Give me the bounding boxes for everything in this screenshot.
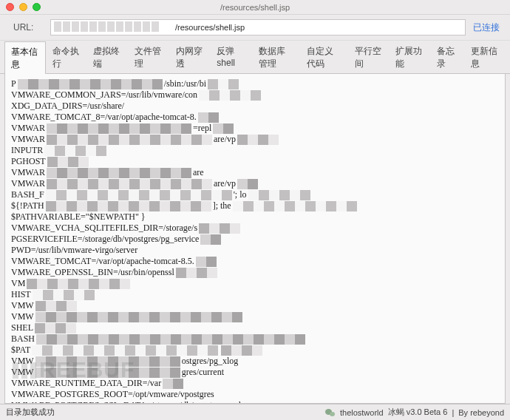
tab-6[interactable]: 数据库管理 [252, 41, 300, 73]
env-line: VMWAR=repl [11, 123, 499, 134]
tab-1[interactable]: 命令执行 [46, 41, 87, 73]
env-line: VMWARE_TOMCAT=/var/opt/apache-tomcat-8.5… [11, 256, 499, 267]
env-line: VMWARE_TOMCAT_8=/var/opt/apache-tomcat-8… [11, 112, 499, 123]
url-label: URL: [13, 22, 43, 33]
env-line: VM [11, 278, 499, 289]
env-line: VMW [11, 311, 499, 322]
tabs: 基本信息命令执行虚拟终端文件管理内网穿透反弹shell数据库管理自定义代码平行空… [0, 41, 510, 74]
env-line: VMWARE_VCHA_SQLITEFILES_DIR=/storage/s [11, 223, 499, 234]
env-line: VMWARE_POSTGRES_SSL_DATA=/storage/db/vpo… [11, 400, 499, 404]
url-visible-suffix: /resources/shell.jsp [175, 23, 245, 32]
env-line: INPUTR [11, 145, 499, 156]
env-line: PGSERVICEFILE=/storage/db/vpostgres/pg_s… [11, 234, 499, 245]
credit-text: By rebeyond [458, 408, 504, 417]
status-text: 目录加载成功 [6, 407, 55, 418]
tab-4[interactable]: 内网穿透 [169, 41, 211, 73]
env-line: VMWARare/vp [11, 134, 499, 145]
env-line: VMWARE_COMMON_JARS=/usr/lib/vmware/con [11, 89, 499, 101]
tab-10[interactable]: 备忘录 [430, 41, 464, 73]
tab-8[interactable]: 平行空间 [348, 41, 390, 73]
env-line: VMWostgres/pg_xlog [11, 356, 499, 367]
content-panel: P/sbin:/usr/biVMWARE_COMMON_JARS=/usr/li… [4, 74, 506, 404]
env-line: $PATHVARIABLE="$NEWPATH" } [11, 211, 499, 223]
env-output: P/sbin:/usr/biVMWARE_COMMON_JARS=/usr/li… [5, 74, 505, 404]
tab-0[interactable]: 基本信息 [4, 41, 46, 74]
tab-2[interactable]: 虚拟终端 [86, 41, 128, 73]
env-line: BASH [11, 333, 499, 345]
env-line: VMW [11, 300, 499, 311]
tab-5[interactable]: 反弹shell [210, 41, 251, 73]
tab-7[interactable]: 自定义代码 [300, 41, 348, 73]
env-line: P/sbin:/usr/bi [11, 78, 499, 89]
window-title: /resources/shell.jsp [0, 3, 510, 12]
url-redacted [54, 21, 159, 33]
env-line: VMWARE_OPENSSL_BIN=/usr/bin/openssl [11, 267, 499, 278]
tab-9[interactable]: 扩展功能 [389, 41, 430, 73]
titlebar: /resources/shell.jsp [0, 0, 510, 15]
tab-3[interactable]: 文件管理 [128, 41, 169, 73]
minimize-icon[interactable] [19, 3, 27, 11]
version-text: 冰蝎 v3.0 Beta 6 [388, 407, 448, 418]
author-handle: thelostworld [340, 408, 384, 417]
env-line: HIST [11, 289, 499, 300]
url-row: URL: /resources/shell.jsp 已连接 [0, 15, 510, 41]
env-line: XDG_DATA_DIRS=/usr/share/ [11, 101, 499, 112]
url-input[interactable]: /resources/shell.jsp [50, 19, 466, 35]
window-controls[interactable] [6, 3, 41, 11]
env-line: PWD=/usr/lib/vmware-virgo/server [11, 245, 499, 256]
close-icon[interactable] [6, 3, 14, 11]
connection-status: 已连接 [473, 21, 503, 34]
env-line: VMWARE_RUNTIME_DATA_DIR=/var [11, 378, 499, 389]
env-line: VMWARare [11, 167, 499, 178]
env-line: VMWARE_POSTGRES_ROOT=/opt/vmware/vpostgr… [11, 389, 499, 400]
env-line: ${!PATH]; the [11, 200, 499, 211]
tab-11[interactable]: 更新信息 [464, 41, 506, 73]
env-line: BASH_F'; lo [11, 189, 499, 200]
env-line: SHEL [11, 322, 499, 333]
zoom-icon[interactable] [33, 3, 41, 11]
env-line: VMWgres/current [11, 367, 499, 378]
env-line: VMWARare/vp [11, 178, 499, 189]
wechat-icon [325, 407, 336, 418]
env-line: $PAT [11, 345, 499, 356]
env-line: PGHOST [11, 156, 499, 167]
statusbar: 目录加载成功 thelostworld 冰蝎 v3.0 Beta 6 | By … [0, 404, 510, 420]
